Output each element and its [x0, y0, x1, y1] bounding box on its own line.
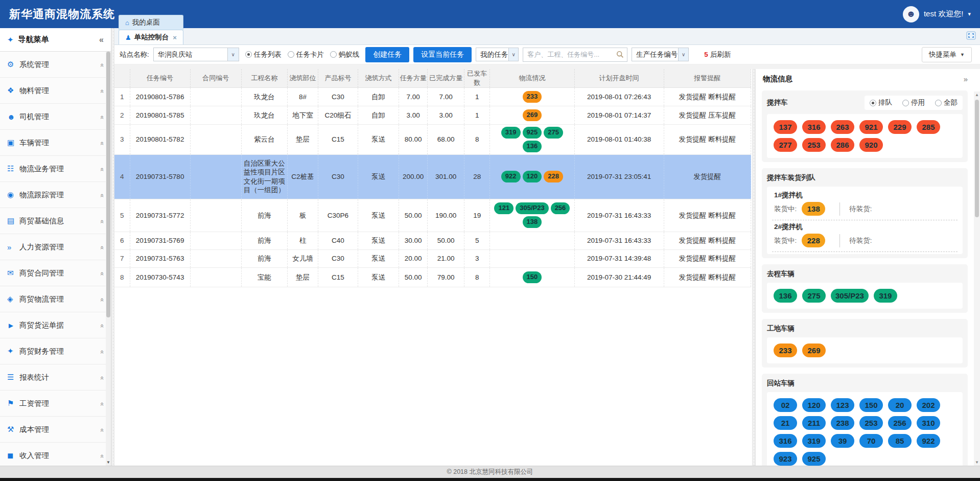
truck-badge[interactable]: 123 [831, 398, 854, 412]
truck-badge[interactable]: 136 [523, 141, 542, 152]
truck-badge[interactable]: 211 [802, 416, 826, 430]
quick-menu-button[interactable]: 快捷菜单 ▼ [922, 47, 972, 62]
table-row[interactable]: 220190801-5785玖龙台地下室C20细石自卸3.003.0012692… [114, 106, 751, 125]
truck-badge[interactable]: 310 [917, 416, 940, 430]
mixer-filter-radio[interactable]: 全部 [935, 98, 958, 107]
sidebar-item-trade-logistics[interactable]: ◈商贸物流管理« [0, 286, 111, 312]
close-icon[interactable]: × [173, 34, 177, 41]
panel-scrollbar[interactable]: ▲▼ [974, 91, 980, 466]
truck-badge[interactable]: 923 [774, 452, 797, 466]
table-row[interactable]: 420190731-5780自治区重大公益性项目片区文化街一期项目（一组团）C2… [114, 154, 751, 199]
truck-badge[interactable]: 202 [917, 398, 940, 412]
table-row[interactable]: 720190731-5763前海女儿墙C30泵送20.0021.0032019-… [114, 249, 751, 267]
sidebar-item-income[interactable]: ◼收入管理« [0, 443, 111, 466]
truck-badge[interactable]: 229 [888, 120, 912, 134]
my-task-select[interactable]: 我的任务 ∨ [476, 48, 519, 61]
sidebar-item-trade-freight-doc[interactable]: ►商贸货运单据« [0, 312, 111, 338]
table-row[interactable]: 520190731-5772前海板C30P6泵送50.00190.0019121… [114, 199, 751, 232]
sidebar-item-report-stat[interactable]: ☰报表统计« [0, 364, 111, 391]
tab-single-station-console[interactable]: ♟单站控制台× [119, 30, 183, 44]
truck-badge[interactable]: 305/P23 [516, 202, 548, 214]
sidebar-item-logistics-business[interactable]: ☷物流业务管理« [0, 156, 111, 182]
table-row[interactable]: 120190801-5786玖龙台8#C30自卸7.007.0012332019… [114, 88, 751, 106]
truck-badge[interactable]: 120 [523, 171, 542, 182]
table-row[interactable]: 320190801-5782紫云台垫层C15泵送80.0068.00831992… [114, 125, 751, 155]
sidebar-item-driver[interactable]: ☻司机管理« [0, 104, 111, 130]
mixer-filter-radio[interactable]: 排队 [870, 98, 892, 107]
truck-badge[interactable]: 316 [802, 120, 826, 134]
truck-badge[interactable]: 238 [831, 416, 854, 430]
search-input[interactable] [527, 51, 616, 58]
mixer-filter-radio[interactable]: 停用 [902, 98, 925, 107]
table-row[interactable]: 620190731-5769前海柱C40泵送30.0050.0052019-07… [114, 232, 751, 249]
view-option-radio[interactable]: 任务卡片 [288, 50, 324, 59]
truck-badge[interactable]: 70 [859, 434, 883, 448]
truck-badge[interactable]: 921 [859, 120, 883, 134]
truck-badge[interactable]: 21 [774, 416, 797, 430]
sidebar-item-trade-finance[interactable]: ✦商贸财务管理« [0, 338, 111, 364]
sidebar-item-logistics-tracking[interactable]: ◉物流跟踪管理« [0, 182, 111, 208]
truck-badge[interactable]: 233 [523, 91, 542, 103]
truck-badge[interactable]: 136 [774, 289, 797, 303]
view-option-radio[interactable]: 任务列表 [245, 50, 282, 59]
sidebar-item-vehicle[interactable]: ▣车辆管理« [0, 130, 111, 156]
truck-badge[interactable]: 319 [501, 127, 521, 139]
truck-badge[interactable]: 319 [874, 289, 897, 303]
truck-badge[interactable]: 228 [544, 171, 563, 182]
sidebar-collapse-icon[interactable]: « [99, 35, 104, 44]
truck-badge[interactable]: 253 [802, 138, 826, 152]
truck-badge[interactable]: 253 [859, 416, 883, 430]
truck-badge[interactable]: 925 [523, 127, 542, 139]
station-select[interactable]: 华润良庆站 ∨ [153, 48, 239, 61]
sidebar-item-cost[interactable]: ⚒成本管理« [0, 417, 111, 443]
tab-my-desktop[interactable]: ⌂我的桌面 [119, 15, 183, 30]
truck-badge[interactable]: 121 [494, 202, 514, 214]
truck-badge[interactable]: 120 [802, 398, 826, 412]
truck-badge[interactable]: 20 [888, 398, 912, 412]
truck-badge[interactable]: 285 [917, 120, 940, 134]
truck-badge[interactable]: 138 [523, 216, 542, 228]
truck-badge[interactable]: 316 [774, 434, 797, 448]
task-number-select[interactable]: 生产任务编号 ∨ [632, 48, 689, 61]
table-row[interactable]: 820190730-5743宝能垫层C15泵送50.0079.008150201… [114, 267, 751, 287]
truck-badge[interactable]: 277 [774, 138, 797, 152]
sidebar-item-material[interactable]: ❖物料管理« [0, 78, 111, 104]
truck-badge[interactable]: 305/P23 [831, 289, 869, 303]
sidebar-item-system[interactable]: ⚙系统管理« [0, 52, 111, 78]
truck-badge[interactable]: 150 [859, 398, 883, 412]
create-task-button[interactable]: 创建任务 [365, 47, 409, 62]
chevron-double-down-icon: « [99, 402, 106, 404]
truck-badge[interactable]: 138 [802, 202, 825, 216]
truck-badge[interactable]: 269 [802, 343, 826, 357]
fullscreen-icon[interactable] [966, 31, 976, 41]
set-current-task-button[interactable]: 设置当前任务 [413, 47, 472, 62]
truck-badge[interactable]: 228 [802, 234, 825, 247]
sidebar-item-human-resource[interactable]: »人力资源管理« [0, 234, 111, 260]
truck-badge[interactable]: 286 [831, 138, 854, 152]
truck-badge[interactable]: 233 [774, 343, 797, 357]
truck-badge[interactable]: 922 [501, 171, 521, 182]
sidebar-item-trade-base-info[interactable]: ▤商贸基础信息« [0, 208, 111, 234]
truck-badge[interactable]: 256 [888, 416, 912, 430]
truck-badge[interactable]: 256 [551, 202, 570, 214]
search-icon[interactable] [616, 51, 624, 58]
truck-badge[interactable]: 269 [523, 109, 542, 121]
view-option-radio[interactable]: 蚂蚁线 [330, 50, 360, 59]
user-menu[interactable]: ☻ test 欢迎您! ▾ [903, 6, 971, 22]
sidebar-scrollbar[interactable]: ▼ [106, 52, 111, 466]
truck-badge[interactable]: 263 [831, 120, 854, 134]
panel-expand-icon[interactable]: » [964, 75, 968, 83]
truck-badge[interactable]: 150 [523, 271, 542, 283]
truck-badge[interactable]: 39 [831, 434, 854, 448]
sidebar-item-salary[interactable]: ⚑工资管理« [0, 391, 111, 417]
truck-badge[interactable]: 275 [544, 127, 563, 139]
truck-badge[interactable]: 137 [774, 120, 797, 134]
truck-badge[interactable]: 319 [802, 434, 826, 448]
truck-badge[interactable]: 85 [888, 434, 912, 448]
sidebar-item-trade-contract[interactable]: ✉商贸合同管理« [0, 260, 111, 286]
truck-badge[interactable]: 275 [802, 289, 826, 303]
truck-badge[interactable]: 02 [774, 398, 797, 412]
truck-badge[interactable]: 920 [859, 138, 883, 152]
truck-badge[interactable]: 925 [802, 452, 826, 466]
truck-badge[interactable]: 922 [917, 434, 940, 448]
